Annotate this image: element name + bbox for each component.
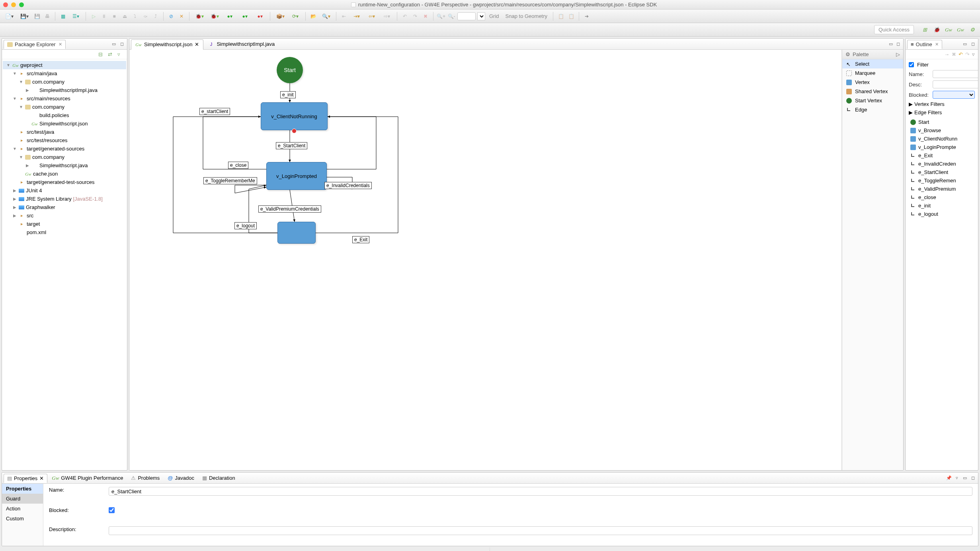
editor-maximize-button[interactable]: ◻ (894, 41, 902, 48)
tree-row[interactable]: ▶ Simplewithscript.java (3, 161, 126, 170)
disclose-icon[interactable]: ▶ (25, 88, 30, 92)
gw-perspective-3[interactable]: ⚙ (968, 25, 977, 34)
disclose-icon[interactable]: ▶ (12, 205, 17, 209)
disclose-icon[interactable]: ▼ (12, 71, 17, 76)
disclose-icon[interactable]: ▶ (12, 197, 17, 201)
maximize-view-button[interactable]: ◻ (969, 41, 976, 48)
bottom-tab-problems[interactable]: ⚠Problems (127, 473, 163, 483)
outline-blocked-select[interactable] (933, 91, 975, 99)
close-window[interactable] (3, 2, 8, 7)
delete-icon[interactable]: ✖ (952, 51, 956, 57)
gw-perspective-2[interactable]: Gw (956, 25, 965, 34)
tree-row[interactable]: ▶ SimplewithscriptImpl.java (3, 86, 126, 94)
debug-perspective-button[interactable]: 🐞 (932, 25, 941, 34)
editor-minimize-button[interactable]: ▭ (887, 41, 894, 48)
pin-properties-button[interactable]: 📌 (945, 475, 953, 482)
tree-row[interactable]: ▼ ▸ src/main/resources (3, 94, 126, 103)
toggle-breadcrumb-button[interactable]: ☰▾ (69, 12, 82, 21)
palette-item-start-vertex[interactable]: Start Vertex (842, 96, 903, 105)
undo-icon[interactable]: ↶ (959, 51, 963, 57)
gw-perspective-1[interactable]: Gw (944, 25, 953, 34)
outline-name-input[interactable] (933, 70, 978, 78)
bottom-tab-properties[interactable]: ▤Properties✕ (4, 474, 47, 483)
tree-row[interactable]: ▸ target/generated-test-sources (3, 178, 126, 186)
disclose-icon[interactable] (12, 138, 17, 143)
minimize-view-button[interactable]: ▭ (961, 475, 968, 482)
prop-desc-input[interactable] (109, 526, 972, 535)
outline-item[interactable]: e_ValidPremium (909, 185, 975, 193)
disclose-icon[interactable]: ▼ (12, 96, 17, 101)
minimize-window[interactable] (11, 2, 16, 7)
edge-label[interactable]: e_Exit (352, 236, 369, 243)
edge-label[interactable]: e_ToggleRememberMe (203, 177, 257, 184)
outline-tab[interactable]: ≡ Outline ✕ (907, 40, 942, 49)
palette-item-edge[interactable]: Edge (842, 105, 903, 114)
zoom-select[interactable] (477, 12, 485, 20)
maximize-view-button[interactable]: ◻ (969, 475, 976, 482)
vertex-node[interactable]: v_ClientNotRunning (261, 102, 328, 130)
open-type-button[interactable]: 📂 (309, 12, 318, 21)
disclose-icon[interactable]: ▶ (25, 163, 30, 168)
disclose-icon[interactable]: ▼ (19, 105, 23, 109)
step-into-button[interactable]: ⤵ (131, 12, 139, 21)
disclose-icon[interactable] (19, 172, 23, 176)
pin-button[interactable]: 📋 (556, 12, 565, 21)
forward-button[interactable]: ⇨▾ (380, 12, 394, 21)
disclose-icon[interactable] (25, 113, 30, 117)
minimize-view-button[interactable]: ▭ (961, 41, 968, 48)
tree-row[interactable]: ▸ src/test/resources (3, 136, 126, 145)
quick-access[interactable]: Quick Access (874, 25, 914, 34)
tree-row[interactable]: ▼ com.company (3, 103, 126, 111)
zoom-input[interactable] (457, 12, 476, 20)
debug-button[interactable]: 🐞▾ (193, 12, 206, 21)
view-menu-icon[interactable]: ▿ (972, 51, 975, 57)
palette-item-select[interactable]: ↖Select (842, 59, 903, 68)
close-icon[interactable]: ✕ (39, 475, 44, 481)
bottom-tab-javadoc[interactable]: @Javadoc (164, 473, 198, 483)
package-explorer-tree[interactable]: ▼ Gw gwproject ▼ ▸ src/main/java ▼ com.c… (2, 59, 127, 470)
props-side-action[interactable]: Action (2, 504, 43, 514)
coverage-button[interactable]: ●▾ (253, 12, 267, 21)
tree-row[interactable]: ▼ ▸ src/main/java (3, 69, 126, 78)
prop-blocked-checkbox[interactable] (109, 507, 115, 513)
tree-row[interactable]: Gw cache.json (3, 170, 126, 178)
outline-item[interactable]: v_ClientNotRunn (909, 135, 975, 143)
props-side-custom[interactable]: Custom (2, 514, 43, 524)
palette-item-vertex[interactable]: Vertex (842, 78, 903, 87)
search-button[interactable]: 🔍▾ (319, 12, 333, 21)
link-editor-icon[interactable]: ⇄ (108, 51, 114, 58)
close-icon[interactable]: ✕ (195, 41, 199, 47)
outline-desc-input[interactable] (933, 80, 978, 88)
tree-row[interactable]: ▸ src/test/java (3, 128, 126, 136)
editor-tab[interactable]: J SimplewithscriptImpl.java (203, 39, 279, 49)
print-button[interactable]: 🖶 (43, 12, 52, 21)
outline-item[interactable]: e_logout (909, 210, 975, 218)
pause-button[interactable]: ⏸ (100, 12, 108, 21)
props-side-guard[interactable]: Guard (2, 494, 43, 504)
save-button[interactable]: 💾▾ (18, 12, 31, 21)
disclose-icon[interactable]: ▼ (12, 147, 17, 151)
outline-item[interactable]: e_Exit (909, 151, 975, 160)
tree-row[interactable]: ▶ ▸ src (3, 211, 126, 220)
tree-row[interactable]: ▼ com.company (3, 78, 126, 86)
new-project-button[interactable]: 📦▾ (273, 12, 287, 21)
prev-annotation-button[interactable]: ⇤ (340, 12, 348, 21)
palette-item-marquee[interactable]: Marquee (842, 68, 903, 78)
maximize-view-button[interactable]: ◻ (118, 41, 125, 48)
remove-breakpoints-button[interactable]: ✕ (177, 12, 186, 21)
palette-header[interactable]: ⚙Palette ▷ (842, 50, 903, 59)
tree-row[interactable]: ▶ Graphwalker (3, 203, 126, 211)
edge-label[interactable]: e_InvalidCredentials (324, 182, 372, 189)
outline-item[interactable]: v_LoginPrompte (909, 143, 975, 151)
open-perspective-button[interactable]: ⊞ (920, 25, 929, 34)
snap-label[interactable]: Snap to Geometry (503, 13, 550, 19)
outline-item[interactable]: e_init (909, 201, 975, 210)
tree-row[interactable]: ▶ JUnit 4 (3, 186, 126, 195)
undo-button[interactable]: ↶ (400, 12, 409, 21)
resume-button[interactable]: ▷ (89, 12, 98, 21)
outline-item[interactable]: e_ToggleRemen (909, 176, 975, 185)
maximize-window[interactable] (19, 2, 24, 7)
skip-breakpoints-button[interactable]: ⊘ (167, 12, 176, 21)
edge-label[interactable]: e_close (228, 162, 248, 169)
tree-row[interactable]: Gw Simplewithscript.json (3, 119, 126, 128)
